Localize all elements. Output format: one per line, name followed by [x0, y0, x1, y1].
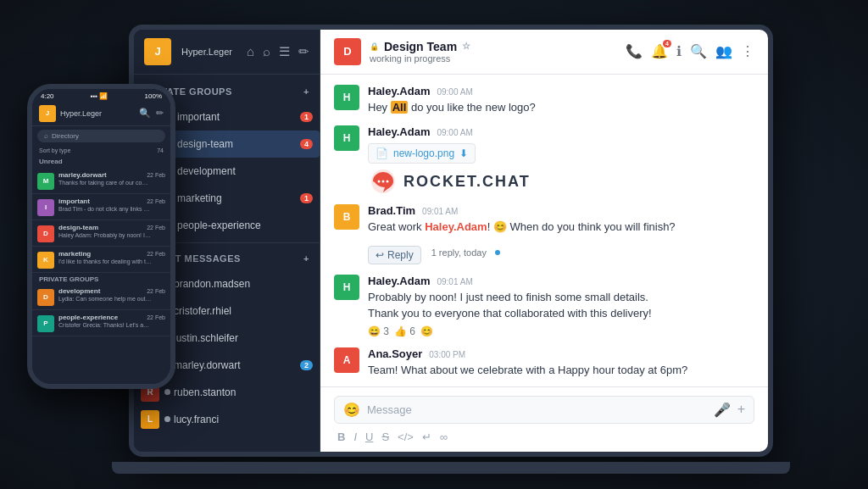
strikethrough-icon[interactable]: S [381, 431, 389, 443]
svg-point-2 [382, 181, 385, 183]
mention-haley: Haley.Adam [425, 220, 487, 233]
phone-item-important[interactable]: I important 22 Feb Brad Tim - do not cli… [32, 194, 170, 220]
search-icon[interactable]: ⌕ [263, 44, 270, 58]
phone-item-name-development: development [58, 287, 100, 295]
italic-icon[interactable]: I [353, 431, 357, 443]
chat-header: D 🔒 Design Team ☆ working in progress 📞 [320, 30, 768, 75]
msg-time-1: 09:00 AM [437, 87, 472, 97]
phone-sort-label[interactable]: Sort by type [39, 147, 70, 153]
notification-icon[interactable]: 🔔 4 [651, 43, 668, 59]
message-3: B Brad.Tim 09:01 AM Great work Haley.Ada… [334, 204, 754, 264]
highlight-all: All [391, 101, 409, 114]
msg-header-3: Brad.Tim 09:01 AM [368, 204, 754, 217]
sidebar-nav-icons: ⌂ ⌕ ☰ ✏ [247, 44, 309, 59]
phone-header-icons: 🔍 ✏ [139, 108, 164, 119]
reply-button[interactable]: ↩ Reply [368, 246, 421, 264]
phone-item-text-marketing: I'd like to thanks for dealing with the … [58, 258, 152, 265]
room-status: working in progress [370, 53, 617, 64]
room-avatar: D [334, 38, 361, 65]
phone-item-date-marley: 22 Feb [147, 172, 165, 178]
phone-item-name-marketing: marketing [58, 250, 91, 258]
channel-name-people-experience: 🔒 people-experience [164, 219, 313, 231]
dm-lucy[interactable]: L lucy.franci [134, 406, 320, 433]
code-icon[interactable]: </> [398, 431, 414, 443]
phone-item-text-important: Brad Tim - do not click any links or dow… [58, 205, 152, 213]
link-icon[interactable]: ∞ [440, 431, 448, 443]
phone-item-name-design: design-team [58, 224, 98, 231]
phone-item-date-development: 22 Feb [147, 288, 165, 294]
phone-item-text-development: Lydia: Can someone help me out to build … [58, 295, 152, 303]
msg-content-4: Haley.Adam 09:01 AM Probably by noon! I … [368, 275, 754, 337]
phone-item-text-marley: Thanks for taking care of our community,… [58, 179, 152, 186]
more-icon[interactable]: ⋮ [741, 43, 754, 59]
notification-badge: 4 [663, 40, 671, 47]
home-icon[interactable]: ⌂ [247, 44, 254, 58]
menu-icon[interactable]: ☰ [279, 44, 290, 59]
offline-indicator-2 [164, 389, 170, 395]
message-input-box: 😊 Message 🎤 + [334, 396, 754, 424]
multiline-icon[interactable]: ↵ [422, 431, 431, 443]
phone-item-content-marketing: marketing 22 Feb I'd like to thanks for … [58, 250, 165, 265]
dm-name-cristofer: cristofer.rhiel [164, 305, 313, 317]
msg-time-3: 09:01 AM [422, 207, 458, 216]
info-icon[interactable]: ℹ [676, 43, 682, 59]
msg-avatar-1: H [334, 85, 359, 110]
msg-author-4: Haley.Adam [368, 275, 430, 287]
bold-icon[interactable]: B [337, 431, 345, 443]
sidebar-header: J Hyper.Leger ⌂ ⌕ ☰ ✏ [134, 30, 320, 75]
msg-time-4: 09:01 AM [437, 277, 472, 286]
phone-search-icon[interactable]: 🔍 [139, 108, 151, 119]
underline-icon[interactable]: U [365, 431, 373, 443]
phone-item-date-people-exp: 22 Feb [147, 314, 165, 320]
reply-dot [495, 250, 500, 255]
user-avatar[interactable]: J [144, 38, 171, 65]
add-private-group-icon[interactable]: + [303, 86, 309, 97]
reaction-1[interactable]: 😄 3 [368, 325, 389, 337]
search-header-icon[interactable]: 🔍 [690, 43, 707, 59]
phone-compose-icon[interactable]: ✏ [156, 108, 164, 119]
dm-avatar-lucy: L [141, 410, 159, 429]
phone-item-marketing[interactable]: K marketing 22 Feb I'd like to thanks fo… [32, 247, 170, 273]
phone-item-header-design: design-team 22 Feb [58, 224, 165, 231]
phone-item-name-people-exp: people-experience [58, 314, 118, 321]
phone-item-text-design: Haley Adam: Probably by noon! I just nee… [58, 231, 152, 239]
formatting-toolbar: B I U S </> ↵ ∞ [334, 431, 754, 443]
channel-name-important: 🔒 important [164, 111, 295, 123]
phone-item-design[interactable]: D design-team 22 Feb Haley Adam: Probabl… [32, 220, 170, 247]
plus-icon[interactable]: + [737, 402, 745, 417]
add-dm-icon[interactable]: + [303, 253, 309, 264]
phone-icon[interactable]: 📞 [626, 43, 643, 59]
phone-item-development[interactable]: D development 22 Feb Lydia: Can someone … [32, 284, 170, 310]
download-icon[interactable]: ⬇ [459, 147, 468, 159]
phone-search-icon-small: ⌕ [44, 132, 48, 140]
phone-avatar-development: D [37, 289, 54, 306]
phone-item-people-exp[interactable]: P people-experience 22 Feb Cristofer Gre… [32, 310, 170, 336]
channel-name-marketing: 🔒 marketing [164, 192, 295, 204]
msg-time-5: 03:00 PM [429, 350, 465, 359]
phone-item-header-important: important 22 Feb [58, 197, 165, 205]
phone-search-bar[interactable]: ⌕ Directory [37, 130, 165, 142]
star-icon[interactable]: ☆ [462, 41, 470, 52]
rocket-chat-text: ROCKET.CHAT [403, 173, 531, 191]
phone-item-marley[interactable]: M marley.dorwart 22 Feb Thanks for takin… [32, 168, 170, 194]
msg-header-1: Haley.Adam 09:00 AM [368, 85, 754, 97]
emoji-picker-icon[interactable]: 😊 [343, 402, 360, 418]
mic-icon[interactable]: 🎤 [714, 402, 731, 418]
compose-icon[interactable]: ✏ [298, 44, 309, 59]
badge-marketing: 1 [300, 193, 313, 203]
reaction-2[interactable]: 👍 6 [394, 325, 415, 337]
reaction-3[interactable]: 😊 [420, 325, 433, 337]
msg-text-1: Hey All do you like the new logo? [368, 99, 754, 116]
phone-private-groups-header: Private Groups [32, 273, 170, 284]
dm-name-justin: justin.schleifer [164, 332, 313, 344]
msg-header-5: Ana.Soyer 03:00 PM [368, 347, 754, 360]
msg-avatar-2: H [334, 125, 359, 151]
members-icon[interactable]: 👥 [715, 43, 732, 59]
phone-avatar-design: D [37, 225, 54, 242]
phone-battery: 100% [145, 92, 162, 100]
phone-sort-count: 74 [157, 147, 164, 153]
msg-avatar-5: A [334, 347, 359, 373]
msg-content-2: Haley.Adam 09:00 AM 📄 new-logo.png ⬇ [368, 125, 754, 194]
message-input-placeholder[interactable]: Message [367, 403, 707, 416]
file-preview[interactable]: 📄 new-logo.png ⬇ [368, 143, 476, 164]
